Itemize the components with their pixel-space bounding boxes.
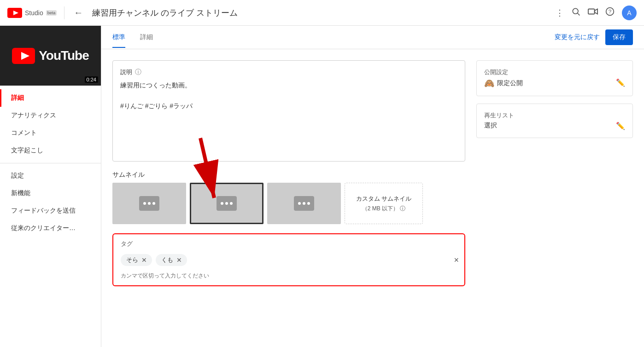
- studio-label: Studio: [25, 9, 43, 17]
- playlist-panel-header: 選択 ✏️: [484, 121, 625, 130]
- svg-line-3: [578, 13, 580, 16]
- thumbnail-dots-1: [143, 202, 155, 205]
- sidebar-item-analytics[interactable]: アナリティクス: [0, 107, 101, 124]
- tags-input-area[interactable]: そら ✕ くも ✕ ×: [121, 252, 457, 268]
- tag-remove-sora[interactable]: ✕: [140, 256, 148, 264]
- header: Studio beta ← 練習用チャンネル のライブ ストリーム ⋮ ? A: [0, 0, 644, 26]
- svg-marker-5: [595, 9, 597, 14]
- playlist-panel-title: 再生リスト: [484, 111, 625, 120]
- description-help-icon: ⓘ: [135, 68, 141, 76]
- video-camera-icon: [588, 7, 598, 16]
- sidebar-item-features[interactable]: 新機能: [0, 185, 101, 202]
- tags-section: タグ そら ✕ くも ✕ × カンマで区切って入力してください: [112, 233, 465, 286]
- svg-point-2: [573, 8, 578, 14]
- thumbnail-dots-2: [221, 202, 233, 205]
- video-time-badge: 0:24: [85, 76, 98, 83]
- playlist-edit-button[interactable]: ✏️: [616, 121, 625, 130]
- svg-rect-4: [588, 9, 595, 14]
- sidebar-item-transcript[interactable]: 文字起こし: [0, 142, 101, 159]
- thumbnail-option-2[interactable]: [190, 183, 263, 224]
- search-icon: [571, 7, 580, 16]
- thumbnail-grid: カスタム サムネイル （2 MB 以下） ⓘ: [112, 183, 465, 224]
- tab-details[interactable]: 詳細: [140, 27, 153, 48]
- thumbnail-icon-2: [217, 196, 237, 211]
- privacy-panel-value: 🙈 限定公開: [484, 78, 523, 88]
- description-label-text: 説明: [120, 68, 132, 76]
- tab-standard[interactable]: 標準: [112, 27, 125, 48]
- custom-thumbnail-option[interactable]: カスタム サムネイル （2 MB 以下） ⓘ: [345, 183, 423, 224]
- tag-remove-kumo[interactable]: ✕: [175, 256, 183, 264]
- more-options-button[interactable]: ⋮: [556, 8, 564, 18]
- privacy-edit-button[interactable]: ✏️: [616, 78, 625, 87]
- main: 標準 詳細 変更を元に戻す 保存 説明 ⓘ 練習用につくった動画。 #りんご #…: [101, 26, 644, 347]
- thumbnail-label: サムネイル: [112, 171, 465, 179]
- privacy-value-text: 限定公開: [497, 79, 523, 87]
- save-button[interactable]: 保存: [605, 29, 633, 45]
- video-preview: YouTube 0:24: [0, 26, 101, 86]
- playlist-panel: 再生リスト 選択 ✏️: [476, 104, 633, 138]
- tags-hint: カンマで区切って入力してください: [121, 272, 457, 280]
- thumbnail-option-1[interactable]: [112, 183, 186, 224]
- revert-button[interactable]: 変更を元に戻す: [555, 33, 600, 41]
- custom-thumbnail-title: カスタム サムネイル: [356, 195, 412, 203]
- thumbnail-dots-3: [298, 202, 310, 205]
- sidebar-item-settings[interactable]: 設定: [0, 167, 101, 185]
- search-button[interactable]: [571, 7, 580, 18]
- header-divider: [64, 6, 64, 19]
- yt-big-logo: YouTube: [12, 48, 89, 64]
- youtube-brand-text: YouTube: [39, 48, 89, 63]
- sidebar-item-comments[interactable]: コメント: [0, 124, 101, 142]
- thumbnail-dot: [225, 202, 228, 205]
- thumbnail-dot: [143, 202, 146, 205]
- tab-actions: 変更を元に戻す 保存: [555, 26, 633, 49]
- logo-area: Studio beta: [7, 8, 57, 18]
- video-preview-logo: YouTube: [12, 48, 89, 64]
- beta-badge: beta: [46, 10, 57, 16]
- privacy-panel: 公開設定 🙈 限定公開 ✏️: [476, 60, 633, 96]
- playlist-panel-value: 選択: [484, 121, 497, 130]
- description-text[interactable]: 練習用につくった動画。 #りんご #ごりら #ラッパ: [120, 80, 457, 154]
- video-camera-button[interactable]: [588, 7, 598, 18]
- tags-clear-button[interactable]: ×: [454, 255, 459, 265]
- thumbnail-dot: [221, 202, 223, 205]
- svg-text:?: ?: [609, 8, 612, 14]
- privacy-panel-header: 🙈 限定公開 ✏️: [484, 78, 625, 88]
- avatar[interactable]: A: [622, 6, 637, 20]
- playlist-value-text: 選択: [484, 121, 497, 130]
- thumbnail-section: サムネイル: [112, 171, 465, 224]
- header-icons: ? A: [571, 6, 637, 20]
- thumbnail-dot: [230, 202, 233, 205]
- help-button[interactable]: ?: [605, 7, 615, 18]
- custom-thumbnail-sub: （2 MB 以下） ⓘ: [362, 205, 406, 213]
- thumbnail-dot: [152, 202, 155, 205]
- thumbnail-dot: [298, 202, 301, 205]
- sidebar-item-classic[interactable]: 従来のクリエイター…: [0, 220, 101, 237]
- sidebar: YouTube 0:24 詳細 アナリティクス コメント 文字起こし 設定 新機…: [0, 26, 101, 347]
- thumbnail-option-3[interactable]: [267, 183, 341, 224]
- tag-chip-kumo: くも ✕: [156, 254, 187, 266]
- privacy-icon: 🙈: [484, 78, 494, 88]
- custom-thumbnail-help-icon: ⓘ: [400, 205, 405, 212]
- privacy-panel-title: 公開設定: [484, 68, 625, 76]
- thumbnail-icon-1: [139, 196, 159, 211]
- content-area: 説明 ⓘ 練習用につくった動画。 #りんご #ごりら #ラッパ サムネイル: [101, 49, 644, 347]
- sidebar-item-feedback[interactable]: フィードバックを送信: [0, 202, 101, 220]
- tag-chip-sora-label: そら: [126, 256, 138, 264]
- help-icon: ?: [605, 7, 615, 16]
- thumbnail-dot: [148, 202, 151, 205]
- thumbnail-wrapper: カスタム サムネイル （2 MB 以下） ⓘ: [112, 183, 465, 224]
- sidebar-nav: 詳細 アナリティクス コメント 文字起こし 設定 新機能 フィードバックを送信 …: [0, 86, 101, 241]
- description-label: 説明 ⓘ: [120, 68, 457, 76]
- description-section: 説明 ⓘ 練習用につくった動画。 #りんご #ごりら #ラッパ: [112, 60, 465, 162]
- youtube-logo-icon: [7, 8, 22, 18]
- tag-chip-kumo-label: くも: [161, 256, 173, 264]
- back-button[interactable]: ←: [72, 6, 85, 20]
- side-column: 公開設定 🙈 限定公開 ✏️ 再生リスト 選択: [476, 60, 633, 336]
- body: YouTube 0:24 詳細 アナリティクス コメント 文字起こし 設定 新機…: [0, 26, 644, 347]
- thumbnail-dot: [303, 202, 305, 205]
- tabs-bar: 標準 詳細 変更を元に戻す 保存: [101, 26, 644, 49]
- thumbnail-icon-3: [294, 196, 314, 211]
- sidebar-item-details[interactable]: 詳細: [0, 89, 101, 107]
- thumbnail-dot: [307, 202, 310, 205]
- sidebar-divider: [0, 163, 101, 163]
